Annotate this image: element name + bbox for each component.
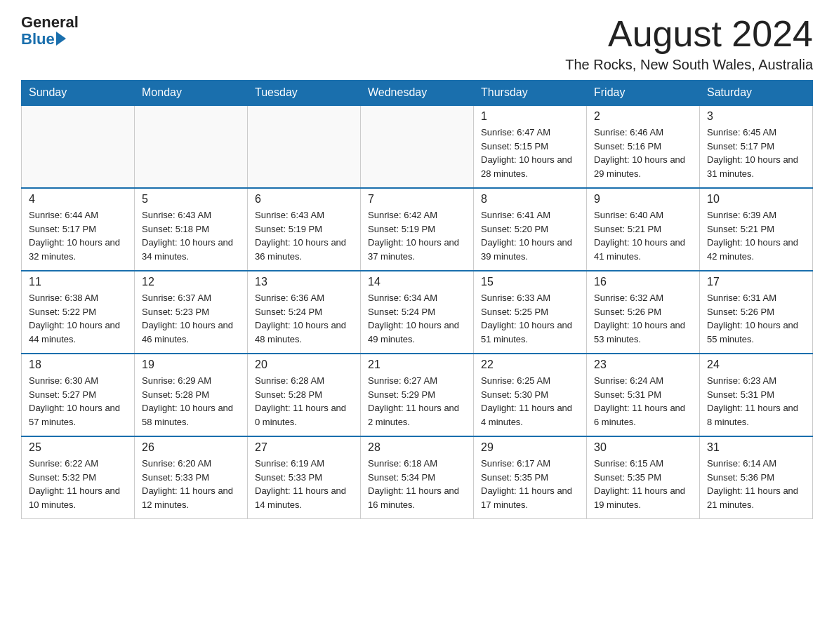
day-number: 19 — [142, 358, 240, 371]
day-number: 27 — [255, 441, 353, 454]
day-number: 2 — [594, 110, 692, 123]
day-header-wednesday: Wednesday — [361, 81, 474, 106]
day-number: 7 — [368, 193, 466, 206]
calendar-cell: 11Sunrise: 6:38 AMSunset: 5:22 PMDayligh… — [22, 271, 135, 354]
calendar-table: SundayMondayTuesdayWednesdayThursdayFrid… — [21, 80, 813, 519]
day-number: 10 — [707, 193, 805, 206]
day-number: 18 — [29, 358, 127, 371]
calendar-cell: 28Sunrise: 6:18 AMSunset: 5:34 PMDayligh… — [361, 436, 474, 519]
calendar-cell: 16Sunrise: 6:32 AMSunset: 5:26 PMDayligh… — [587, 271, 700, 354]
logo: General Blue — [21, 14, 79, 48]
day-info: Sunrise: 6:41 AMSunset: 5:20 PMDaylight:… — [481, 208, 579, 263]
calendar-cell: 9Sunrise: 6:40 AMSunset: 5:21 PMDaylight… — [587, 188, 700, 271]
month-title: August 2024 — [565, 14, 813, 54]
day-number: 17 — [707, 276, 805, 288]
day-header-friday: Friday — [587, 81, 700, 106]
day-number: 5 — [142, 193, 240, 206]
calendar-cell: 2Sunrise: 6:46 AMSunset: 5:16 PMDaylight… — [587, 105, 700, 188]
day-number: 24 — [707, 358, 805, 371]
calendar-cell: 7Sunrise: 6:42 AMSunset: 5:19 PMDaylight… — [361, 188, 474, 271]
calendar-cell: 20Sunrise: 6:28 AMSunset: 5:28 PMDayligh… — [248, 354, 361, 436]
day-number: 31 — [707, 441, 805, 454]
day-number: 13 — [255, 276, 353, 288]
calendar-cell — [22, 105, 135, 188]
day-number: 30 — [594, 441, 692, 454]
day-info: Sunrise: 6:38 AMSunset: 5:22 PMDaylight:… — [29, 291, 127, 346]
day-info: Sunrise: 6:19 AMSunset: 5:33 PMDaylight:… — [255, 457, 353, 511]
calendar-cell: 25Sunrise: 6:22 AMSunset: 5:32 PMDayligh… — [22, 436, 135, 519]
day-info: Sunrise: 6:47 AMSunset: 5:15 PMDaylight:… — [481, 126, 579, 180]
day-info: Sunrise: 6:25 AMSunset: 5:30 PMDaylight:… — [481, 374, 579, 429]
day-info: Sunrise: 6:30 AMSunset: 5:27 PMDaylight:… — [29, 374, 127, 429]
calendar-cell: 21Sunrise: 6:27 AMSunset: 5:29 PMDayligh… — [361, 354, 474, 436]
day-number: 25 — [29, 441, 127, 454]
calendar-cell: 27Sunrise: 6:19 AMSunset: 5:33 PMDayligh… — [248, 436, 361, 519]
day-info: Sunrise: 6:37 AMSunset: 5:23 PMDaylight:… — [142, 291, 240, 346]
calendar-cell: 29Sunrise: 6:17 AMSunset: 5:35 PMDayligh… — [474, 436, 587, 519]
day-info: Sunrise: 6:29 AMSunset: 5:28 PMDaylight:… — [142, 374, 240, 429]
day-number: 16 — [594, 276, 692, 288]
calendar-header-row: SundayMondayTuesdayWednesdayThursdayFrid… — [22, 81, 813, 106]
calendar-cell: 15Sunrise: 6:33 AMSunset: 5:25 PMDayligh… — [474, 271, 587, 354]
calendar-cell: 31Sunrise: 6:14 AMSunset: 5:36 PMDayligh… — [700, 436, 813, 519]
day-number: 6 — [255, 193, 353, 206]
calendar-cell: 12Sunrise: 6:37 AMSunset: 5:23 PMDayligh… — [135, 271, 248, 354]
calendar-cell — [135, 105, 248, 188]
day-info: Sunrise: 6:44 AMSunset: 5:17 PMDaylight:… — [29, 208, 127, 263]
week-row-4: 18Sunrise: 6:30 AMSunset: 5:27 PMDayligh… — [22, 354, 813, 436]
calendar-cell — [248, 105, 361, 188]
day-info: Sunrise: 6:24 AMSunset: 5:31 PMDaylight:… — [594, 374, 692, 429]
calendar-cell: 13Sunrise: 6:36 AMSunset: 5:24 PMDayligh… — [248, 271, 361, 354]
calendar-cell: 24Sunrise: 6:23 AMSunset: 5:31 PMDayligh… — [700, 354, 813, 436]
day-number: 22 — [481, 358, 579, 371]
calendar-cell: 6Sunrise: 6:43 AMSunset: 5:19 PMDaylight… — [248, 188, 361, 271]
calendar-cell: 22Sunrise: 6:25 AMSunset: 5:30 PMDayligh… — [474, 354, 587, 436]
calendar-cell: 19Sunrise: 6:29 AMSunset: 5:28 PMDayligh… — [135, 354, 248, 436]
day-header-sunday: Sunday — [22, 81, 135, 106]
day-info: Sunrise: 6:34 AMSunset: 5:24 PMDaylight:… — [368, 291, 466, 346]
day-header-saturday: Saturday — [700, 81, 813, 106]
day-info: Sunrise: 6:28 AMSunset: 5:28 PMDaylight:… — [255, 374, 353, 429]
day-number: 21 — [368, 358, 466, 371]
location-title: The Rocks, New South Wales, Australia — [565, 57, 813, 73]
day-info: Sunrise: 6:31 AMSunset: 5:26 PMDaylight:… — [707, 291, 805, 346]
day-info: Sunrise: 6:43 AMSunset: 5:18 PMDaylight:… — [142, 208, 240, 263]
logo-triangle-icon — [56, 32, 66, 46]
day-info: Sunrise: 6:36 AMSunset: 5:24 PMDaylight:… — [255, 291, 353, 346]
day-info: Sunrise: 6:40 AMSunset: 5:21 PMDaylight:… — [594, 208, 692, 263]
day-number: 8 — [481, 193, 579, 206]
day-info: Sunrise: 6:15 AMSunset: 5:35 PMDaylight:… — [594, 457, 692, 511]
day-number: 23 — [594, 358, 692, 371]
day-number: 3 — [707, 110, 805, 123]
day-info: Sunrise: 6:45 AMSunset: 5:17 PMDaylight:… — [707, 126, 805, 180]
day-info: Sunrise: 6:43 AMSunset: 5:19 PMDaylight:… — [255, 208, 353, 263]
day-info: Sunrise: 6:22 AMSunset: 5:32 PMDaylight:… — [29, 457, 127, 511]
day-info: Sunrise: 6:27 AMSunset: 5:29 PMDaylight:… — [368, 374, 466, 429]
day-info: Sunrise: 6:20 AMSunset: 5:33 PMDaylight:… — [142, 457, 240, 511]
title-area: August 2024 The Rocks, New South Wales, … — [565, 14, 813, 73]
logo-blue-text: Blue — [21, 31, 55, 48]
week-row-1: 1Sunrise: 6:47 AMSunset: 5:15 PMDaylight… — [22, 105, 813, 188]
calendar-cell — [361, 105, 474, 188]
calendar-cell: 17Sunrise: 6:31 AMSunset: 5:26 PMDayligh… — [700, 271, 813, 354]
calendar-cell: 26Sunrise: 6:20 AMSunset: 5:33 PMDayligh… — [135, 436, 248, 519]
day-info: Sunrise: 6:23 AMSunset: 5:31 PMDaylight:… — [707, 374, 805, 429]
calendar-cell: 3Sunrise: 6:45 AMSunset: 5:17 PMDaylight… — [700, 105, 813, 188]
day-number: 4 — [29, 193, 127, 206]
day-number: 11 — [29, 276, 127, 288]
calendar-cell: 10Sunrise: 6:39 AMSunset: 5:21 PMDayligh… — [700, 188, 813, 271]
calendar-cell: 5Sunrise: 6:43 AMSunset: 5:18 PMDaylight… — [135, 188, 248, 271]
week-row-3: 11Sunrise: 6:38 AMSunset: 5:22 PMDayligh… — [22, 271, 813, 354]
day-header-thursday: Thursday — [474, 81, 587, 106]
day-info: Sunrise: 6:18 AMSunset: 5:34 PMDaylight:… — [368, 457, 466, 511]
week-row-2: 4Sunrise: 6:44 AMSunset: 5:17 PMDaylight… — [22, 188, 813, 271]
calendar-cell: 30Sunrise: 6:15 AMSunset: 5:35 PMDayligh… — [587, 436, 700, 519]
day-header-monday: Monday — [135, 81, 248, 106]
day-info: Sunrise: 6:39 AMSunset: 5:21 PMDaylight:… — [707, 208, 805, 263]
page-header: General Blue August 2024 The Rocks, New … — [21, 14, 813, 73]
logo-general-text: General — [21, 14, 79, 31]
day-number: 12 — [142, 276, 240, 288]
day-number: 28 — [368, 441, 466, 454]
day-number: 26 — [142, 441, 240, 454]
calendar-cell: 4Sunrise: 6:44 AMSunset: 5:17 PMDaylight… — [22, 188, 135, 271]
